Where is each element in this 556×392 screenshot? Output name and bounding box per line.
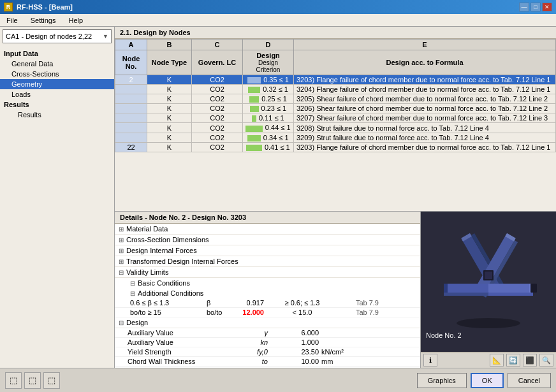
design-val: 0.44 xyxy=(265,124,279,131)
maximize-button[interactable]: □ xyxy=(530,3,541,11)
cell-node-no xyxy=(115,113,147,123)
cell-node-type: K xyxy=(147,85,192,94)
table-row[interactable]: KCO20.23 ≤ 13206) Shear failure of chord… xyxy=(115,104,556,113)
bottom-icon-2[interactable]: ⬚ xyxy=(24,372,41,389)
view-btn-3[interactable]: ⬛ xyxy=(523,354,537,367)
table-row[interactable]: 2KCO20.35 ≤ 13203) Flange failure of cho… xyxy=(115,75,556,85)
design-value-3: 23.50 xyxy=(268,348,319,356)
design-val: 0.11 xyxy=(259,114,272,122)
cell-node-no xyxy=(115,104,147,113)
beam-3d-view xyxy=(425,224,552,339)
design-table: A B C D E Node No. Node Type Govern. LC xyxy=(115,39,556,152)
view-canvas[interactable]: Node No. 2 xyxy=(421,212,556,352)
cell-gov-lc: CO2 xyxy=(192,94,243,104)
view-btn-1[interactable]: 📐 xyxy=(490,354,504,367)
table-row[interactable]: KCO20.32 ≤ 13204) Flange failure of chor… xyxy=(115,85,556,94)
design-label-2: Auxiliary Value xyxy=(128,338,230,346)
tree-item-geometry[interactable]: Geometry xyxy=(0,79,114,89)
section-crosssection[interactable]: ⊞ Cross-Section Dimensions xyxy=(115,235,420,245)
section-crosssection-label: Cross-Section Dimensions xyxy=(126,236,209,243)
tree-item-loads[interactable]: Loads xyxy=(0,89,114,99)
view-btn-4[interactable]: 🔍 xyxy=(539,354,553,367)
col-subheader-design: Design Design Criterion xyxy=(243,50,294,75)
section-additionalconditions[interactable]: ⊟ Additional Conditions xyxy=(115,288,420,298)
cell-design: 0.25 ≤ 1 xyxy=(243,94,294,104)
section-design-label: Design xyxy=(126,319,148,326)
table-row[interactable]: KCO20.11 ≤ 13207) Shear failure of chord… xyxy=(115,113,556,123)
col-header-e[interactable]: E xyxy=(294,40,556,50)
design-val: 0.35 xyxy=(263,76,277,83)
design-criterion: ≤ 1 xyxy=(277,76,289,83)
bottom-area: Details - Node No. 2 - Design No. 3203 ⊞… xyxy=(115,212,556,368)
section-additional-label: Additional Conditions xyxy=(138,289,203,297)
design-criterion: ≤ 1 xyxy=(279,124,290,131)
design-row-3: Yield Strength fy,0 23.50 kN/cm² xyxy=(115,347,420,357)
section-designforces[interactable]: ⊞ Design Internal Forces xyxy=(115,245,420,256)
info-button[interactable]: ℹ xyxy=(423,354,437,367)
cell-design: 0.34 ≤ 1 xyxy=(243,133,294,142)
close-button[interactable]: ✕ xyxy=(542,3,552,11)
cell-node-type: K xyxy=(147,123,192,133)
expand-icon-validity: ⊟ xyxy=(119,269,124,276)
section-basicconditions[interactable]: ⊟ Basic Conditions xyxy=(115,278,420,288)
section-basic-label: Basic Conditions xyxy=(138,279,190,287)
cell-formula: 3204) Flange failure of chord member due… xyxy=(294,85,556,94)
design-value-2: 1.000 xyxy=(268,338,319,346)
col-header-c[interactable]: C xyxy=(192,40,243,50)
validity-tab-2: Tab 7.9 xyxy=(340,309,379,316)
table-row[interactable]: 22KCO20.41 ≤ 13203) Flange failure of ch… xyxy=(115,142,556,152)
table-row[interactable]: KCO20.34 ≤ 13209) Strut failure due to n… xyxy=(115,133,556,142)
details-title: Details - Node No. 2 - Design No. 3203 xyxy=(115,212,420,224)
details-panel: Details - Node No. 2 - Design No. 3203 ⊞… xyxy=(115,212,421,368)
tree-item-results[interactable]: Results xyxy=(0,110,114,120)
node-label: Node No. 2 xyxy=(426,331,462,339)
design-symbol-3: fy,0 xyxy=(230,348,268,356)
menu-help[interactable]: Help xyxy=(64,15,87,25)
design-criterion: ≤ 1 xyxy=(277,134,288,142)
minimize-button[interactable]: — xyxy=(519,3,529,11)
table-row[interactable]: KCO20.44 ≤ 13208) Strut failure due to n… xyxy=(115,123,556,133)
col-header-d[interactable]: D xyxy=(243,40,294,50)
tree-section-input[interactable]: Input Data xyxy=(0,48,114,59)
section-design[interactable]: ⊟ Design xyxy=(115,317,420,328)
bottom-icon-1[interactable]: ⬚ xyxy=(5,372,22,389)
menu-file[interactable]: File xyxy=(3,15,22,25)
bottom-icon-3[interactable]: ⬚ xyxy=(43,372,60,389)
case-selector[interactable]: CA1 - Design of nodes 2,22 ▼ xyxy=(3,29,112,43)
graphics-button[interactable]: Graphics xyxy=(417,373,467,388)
expand-icon-material: ⊞ xyxy=(119,226,124,233)
menu-bar: File Settings Help xyxy=(0,14,556,27)
left-panel: CA1 - Design of nodes 2,22 ▼ Input Data … xyxy=(0,27,115,368)
ok-button[interactable]: OK xyxy=(471,373,504,388)
svg-rect-11 xyxy=(488,284,533,293)
tree-item-cross-sections[interactable]: Cross-Sections xyxy=(0,69,114,79)
section-validity[interactable]: ⊟ Validity Limits xyxy=(115,267,420,278)
menu-settings[interactable]: Settings xyxy=(27,15,60,25)
validity-value-2: 12.000 xyxy=(226,309,264,316)
design-label-3: Yield Strength xyxy=(128,348,230,356)
cell-node-type: K xyxy=(147,133,192,142)
design-label-1: Auxiliary Value xyxy=(128,329,230,337)
cancel-button[interactable]: Cancel xyxy=(508,373,551,388)
col-header-b[interactable]: B xyxy=(147,40,192,50)
cell-node-type: K xyxy=(147,94,192,104)
section-validity-label: Validity Limits xyxy=(126,268,168,276)
section-designforces-label: Design Internal Forces xyxy=(126,247,197,254)
cell-node-type: K xyxy=(147,104,192,113)
tree-section-results[interactable]: Results xyxy=(0,99,114,110)
cell-gov-lc: CO2 xyxy=(192,104,243,113)
table-wrapper[interactable]: A B C D E Node No. Node Type Govern. LC xyxy=(115,39,556,211)
details-content[interactable]: ⊞ Material Data ⊞ Cross-Section Dimensio… xyxy=(115,224,420,368)
section-transformedforces[interactable]: ⊞ Transformed Design Internal Forces xyxy=(115,256,420,267)
table-row[interactable]: KCO20.25 ≤ 13205) Shear failure of chord… xyxy=(115,94,556,104)
design-unit-3: kN/cm² xyxy=(319,348,370,356)
section-material[interactable]: ⊞ Material Data xyxy=(115,224,420,235)
col-header-a[interactable]: A xyxy=(115,40,147,50)
expand-icon-designforces: ⊞ xyxy=(119,247,124,254)
view-btn-2[interactable]: 🔄 xyxy=(506,354,520,367)
view-toolbar: ℹ 📐 🔄 ⬛ 🔍 xyxy=(421,352,556,368)
design-row-2: Auxiliary Value kn 1.000 xyxy=(115,338,420,347)
design-val: 0.25 xyxy=(261,95,275,103)
validity-row-2: bo/to ≥ 15 bo/to 12.000 < 15.0 Tab 7.9 xyxy=(115,308,420,317)
tree-item-general[interactable]: General Data xyxy=(0,59,114,69)
